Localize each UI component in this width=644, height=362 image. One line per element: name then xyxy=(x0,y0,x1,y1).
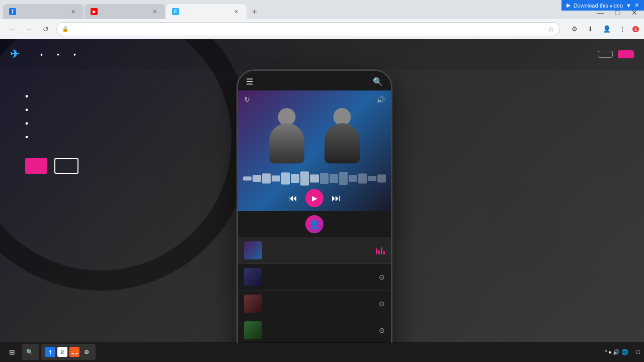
song-item-1[interactable] xyxy=(238,237,391,264)
song-play-4[interactable]: ⊙ xyxy=(379,326,385,334)
taskbar-chrome-icon[interactable]: ⊕ xyxy=(82,347,92,357)
bullet-4 xyxy=(25,132,242,143)
wave-bar-10 xyxy=(330,174,338,183)
mobile-bottom-nav: ‹ ○ □ xyxy=(238,342,391,343)
player-controls: ⏮ ▶ ⏭ xyxy=(238,189,391,207)
mobile-header: ☰ 🔍 xyxy=(238,71,391,90)
download-icon: ▶ xyxy=(567,2,571,9)
downloads-button[interactable]: ⬇ xyxy=(584,23,597,36)
song-thumb-inner-3 xyxy=(244,295,262,313)
taskbar-firefox-icon[interactable]: 🦊 xyxy=(69,347,79,357)
tab-facebook-close[interactable]: ✕ xyxy=(69,8,77,16)
tab-youtube-close[interactable]: ✕ xyxy=(150,8,159,16)
hero-bullets xyxy=(25,92,242,143)
search-icon: 🔍 xyxy=(26,349,33,355)
lock-icon: 🔒 xyxy=(62,26,69,32)
song-item-3[interactable]: ⊙ xyxy=(238,291,391,317)
tab-facebook[interactable]: f ✕ xyxy=(3,4,84,19)
taskbar-chrome-label: ⊕ xyxy=(84,348,89,355)
new-tab-button[interactable]: + xyxy=(248,5,262,19)
song-play-2[interactable]: ⊙ xyxy=(379,273,385,281)
hero-buttons xyxy=(25,158,242,174)
download-arrow[interactable]: ▼ xyxy=(626,3,631,9)
menu-button[interactable]: ⋮ xyxy=(616,23,629,36)
bar-3 xyxy=(381,247,382,254)
volume-icon[interactable]: 🔊 xyxy=(376,96,385,104)
wave-bar-3 xyxy=(262,173,271,184)
notification-icon[interactable]: □ xyxy=(636,349,640,355)
hire-freelancer-button[interactable] xyxy=(25,158,47,174)
url-box[interactable]: 🔒 ☆ xyxy=(56,22,560,36)
refresh-button[interactable]: ↺ xyxy=(39,23,52,36)
mobile-menu-icon[interactable]: ☰ xyxy=(246,77,253,86)
tabs-bar: f ✕ ▶ ✕ F ✕ + — □ ✕ xyxy=(0,0,644,19)
nav-logo[interactable]: ✈ xyxy=(10,48,21,61)
wave-bar-1 xyxy=(243,176,252,180)
waveform xyxy=(243,171,386,186)
song-list: ⊙ ⊙ xyxy=(238,237,391,342)
artist-avatar[interactable]: 👤 xyxy=(305,215,324,233)
prev-button[interactable]: ⏮ xyxy=(288,193,297,204)
forward-button[interactable]: → xyxy=(22,23,35,36)
back-button[interactable]: ← xyxy=(5,23,18,36)
song-thumb-2 xyxy=(244,268,262,286)
nav-links: ▾ ▾ ▾ xyxy=(33,49,579,60)
nav-hire-freelancers[interactable]: ▾ xyxy=(33,49,48,60)
person-1 xyxy=(264,108,309,163)
song-thumb-4 xyxy=(244,321,262,339)
nav-hire-arrow: ▾ xyxy=(40,52,43,57)
nav-solutions-arrow: ▾ xyxy=(73,52,76,57)
stats-row: 👤 xyxy=(238,211,391,237)
download-bar[interactable]: ▶ Download this video ▼ ✕ xyxy=(561,0,644,11)
tab-youtube[interactable]: ▶ ✕ xyxy=(85,4,165,19)
wave-bar-11 xyxy=(339,172,348,185)
taskbar-facebook-icon[interactable]: f xyxy=(45,347,55,357)
song-item-4[interactable]: ⊙ xyxy=(238,317,391,342)
wave-bar-14 xyxy=(368,176,376,181)
earn-money-button[interactable] xyxy=(54,158,78,174)
profile-button[interactable]: 👤 xyxy=(600,23,613,36)
bar-1 xyxy=(376,248,377,254)
nav-solutions[interactable]: ▾ xyxy=(66,49,81,60)
systray-icons: ^ ♦ 🔊 🌐 xyxy=(604,349,628,355)
login-button[interactable] xyxy=(579,51,593,57)
persons-display xyxy=(238,96,391,176)
wave-bar-6 xyxy=(291,174,299,183)
browser-actions: ⚙ ⬇ 👤 ⋮ 5 xyxy=(568,23,639,36)
signup-button[interactable] xyxy=(598,51,613,58)
nav-findwork-arrow: ▾ xyxy=(57,52,59,57)
post-project-button[interactable] xyxy=(618,50,634,58)
song-play-3[interactable]: ⊙ xyxy=(379,300,385,308)
shuffle-icon[interactable]: ↻ xyxy=(244,96,250,104)
bullet-2 xyxy=(25,105,242,116)
wave-bar-8 xyxy=(310,174,318,183)
taskbar-facebook-label: f xyxy=(49,348,51,356)
download-close-icon[interactable]: ✕ xyxy=(634,2,639,9)
person-1-body xyxy=(269,123,304,163)
tab-freelancer-close[interactable]: ✕ xyxy=(232,8,240,16)
systray: ^ ♦ 🔊 🌐 □ xyxy=(604,349,640,355)
wave-bar-15 xyxy=(377,174,386,183)
taskbar-edge-icon[interactable]: e xyxy=(57,347,67,357)
mobile-screen: ☰ 🔍 xyxy=(238,71,391,343)
start-button[interactable]: ⊞ xyxy=(4,344,20,360)
extensions-button[interactable]: ⚙ xyxy=(568,23,581,36)
person-2-body xyxy=(325,123,360,163)
freelancer-logo-icon: ✈ xyxy=(10,48,19,61)
tab-freelancer[interactable]: F ✕ xyxy=(166,4,247,19)
next-button[interactable]: ⏭ xyxy=(332,193,341,204)
song-item-2[interactable]: ⊙ xyxy=(238,264,391,291)
taskbar-apps: f e 🦊 ⊕ xyxy=(41,344,96,360)
taskbar: ⊞ 🔍 f e 🦊 ⊕ ^ ♦ 🔊 🌐 □ xyxy=(0,342,644,362)
search-bar[interactable]: 🔍 xyxy=(22,344,39,360)
play-button[interactable]: ▶ xyxy=(305,189,324,207)
song-thumb-1 xyxy=(244,241,262,259)
mobile-mockup: ☰ 🔍 xyxy=(236,69,392,343)
bullet-1 xyxy=(25,92,242,102)
bookmark-icon[interactable]: ☆ xyxy=(548,25,554,33)
nav-find-work[interactable]: ▾ xyxy=(50,49,64,60)
song-thumb-inner-4 xyxy=(244,321,262,339)
mobile-search-icon[interactable]: 🔍 xyxy=(373,77,383,86)
website: ✈ ▾ ▾ ▾ xyxy=(0,39,644,343)
taskbar-edge-label: e xyxy=(61,348,64,355)
